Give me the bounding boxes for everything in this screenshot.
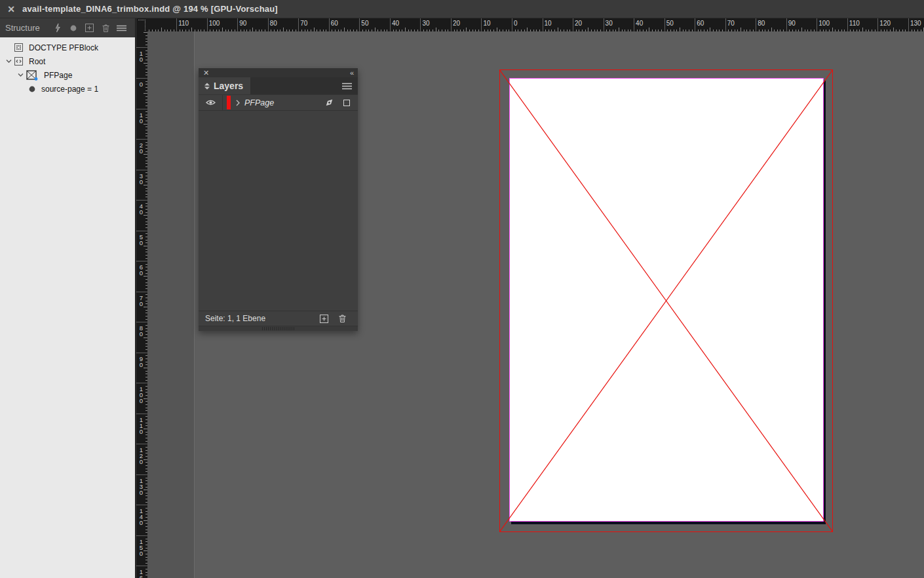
close-panel-icon[interactable]: ✕ (203, 69, 209, 76)
element-icon (14, 57, 23, 66)
ruler-tick (899, 29, 900, 31)
ruler-tick (145, 60, 147, 60)
panel-resize-handle[interactable] (199, 326, 358, 331)
close-document-icon[interactable]: ✕ (0, 4, 22, 14)
ruler-label: 40 (636, 20, 643, 27)
ruler-tick (145, 282, 147, 283)
layer-row-pfpage[interactable]: PFPage (199, 94, 358, 111)
ruler-tick (145, 100, 147, 100)
collapse-panel-icon[interactable]: « (350, 69, 353, 76)
ruler-label: 20 (575, 20, 582, 27)
ruler-label: 110 (178, 20, 189, 27)
tree-item-pfpage[interactable]: PFPage (0, 68, 135, 82)
ruler-tick (145, 432, 147, 433)
new-layer-button[interactable] (315, 315, 333, 323)
ruler-tick (381, 29, 381, 31)
ruler-tick (390, 18, 391, 31)
ruler-tick (338, 29, 339, 31)
ruler-tick (921, 29, 921, 31)
ruler-tick (728, 29, 729, 31)
ruler-tick (144, 337, 147, 338)
add-icon[interactable] (81, 21, 98, 35)
ruler-tick (145, 316, 147, 317)
ruler-tick (573, 18, 573, 31)
ruler-tick (145, 480, 147, 481)
ruler-tick (695, 18, 695, 31)
tab-layers[interactable]: Layers (199, 77, 250, 94)
ruler-tick (145, 279, 147, 280)
ruler-tick (136, 109, 147, 109)
panel-menu-icon[interactable] (113, 21, 130, 35)
ruler-tick (145, 41, 147, 42)
ruler-tick (710, 28, 710, 31)
ruler-tick (774, 29, 775, 31)
ruler-tick (737, 29, 738, 31)
ruler-tick (145, 419, 147, 420)
ruler-tick (512, 18, 512, 31)
tree-item-label: DOCTYPE PFBlock (29, 43, 98, 52)
ruler-tick (875, 29, 876, 31)
ruler-tick (144, 459, 147, 460)
ruler-tick (372, 29, 372, 31)
doctype-icon (14, 43, 23, 52)
ruler-tick (145, 212, 147, 213)
ruler-tick (261, 29, 262, 31)
chevron-down-icon[interactable] (16, 73, 25, 77)
ruler-tick (796, 29, 796, 31)
ruler-tick (469, 29, 470, 31)
ruler-tick (716, 29, 717, 31)
ruler-tick (237, 18, 238, 31)
ruler-tick (753, 29, 754, 31)
tree-item-root[interactable]: Root (0, 54, 135, 68)
ruler-tick (329, 18, 330, 31)
ruler-tick (744, 29, 744, 31)
ruler-tick (145, 313, 147, 313)
ruler-tick (368, 29, 369, 31)
ruler-tick (499, 29, 500, 31)
ruler-tick (145, 115, 147, 115)
layer-name[interactable]: PFPage (244, 98, 324, 107)
ruler-tick (296, 29, 296, 31)
ruler-tick (335, 29, 336, 31)
ruler-label: 40 (392, 20, 399, 27)
ruler-tick (145, 539, 147, 539)
ruler-tick (798, 29, 799, 31)
placeholder-frame[interactable] (499, 69, 833, 532)
ruler-tick (145, 39, 147, 39)
ruler-tick (591, 29, 592, 31)
ruler-tick (311, 29, 311, 31)
ruler-tick (765, 29, 765, 31)
ruler-tick (145, 453, 147, 453)
chevron-down-icon[interactable] (4, 59, 13, 64)
panel-menu-icon[interactable] (336, 77, 358, 94)
trash-icon[interactable] (98, 21, 114, 35)
ruler-origin-box[interactable] (136, 18, 147, 31)
ruler-tick (136, 383, 147, 383)
delete-layer-button[interactable] (333, 314, 351, 323)
tree-item-doctype[interactable]: DOCTYPE PFBlock (0, 41, 135, 54)
ruler-tick (271, 29, 271, 31)
target-square-icon[interactable] (343, 100, 350, 106)
ruler-label: 7 0 (136, 295, 146, 307)
tree-item-attribute[interactable]: source-page = 1 (0, 82, 135, 96)
ruler-label: 1 1 0 (136, 417, 146, 434)
ruler-tick (136, 322, 147, 322)
collapse-toggle-icon[interactable] (204, 83, 210, 90)
ruler-tick (564, 29, 564, 31)
ruler-tick (466, 28, 467, 31)
circle-icon[interactable] (65, 21, 81, 35)
ruler-tick (606, 29, 607, 31)
ruler-tick (725, 18, 726, 31)
visibility-toggle[interactable] (199, 95, 223, 110)
trash-icon (338, 314, 347, 323)
ruler-tick (145, 340, 147, 341)
chevron-right-icon[interactable] (236, 100, 240, 106)
ruler-tick (161, 28, 162, 31)
ruler-tick (145, 136, 147, 136)
vertical-ruler[interactable]: 1 001 02 03 04 05 06 07 08 09 01 0 01 1 … (136, 18, 147, 578)
lightning-icon[interactable] (49, 21, 66, 35)
horizontal-ruler[interactable]: 1101009080706050403020100102030405060708… (147, 18, 924, 31)
ruler-tick (323, 29, 324, 31)
ruler-tick (145, 469, 147, 469)
ruler-tick (145, 517, 147, 518)
